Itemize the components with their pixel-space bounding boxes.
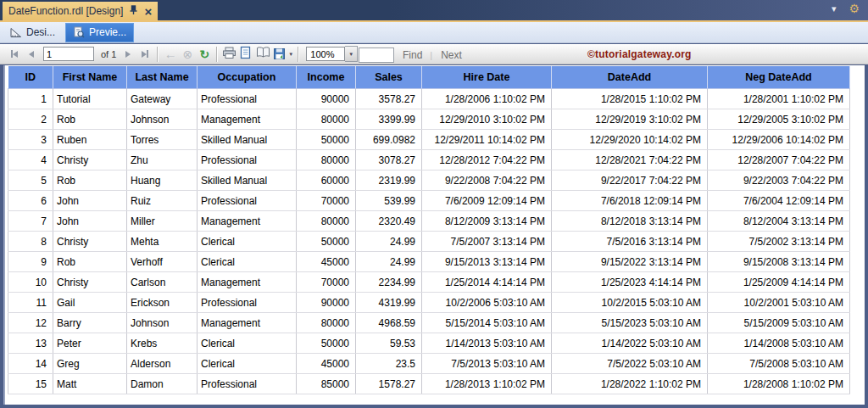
report-table: IDFirst NameLast NameOccupationIncomeSal… — [8, 66, 850, 394]
page-number-input[interactable] — [43, 47, 94, 61]
table-cell: Carlson — [127, 272, 198, 293]
table-cell: 5 — [8, 170, 53, 191]
tab-preview[interactable]: Previe... — [65, 23, 134, 42]
table-cell: 7 — [8, 211, 53, 232]
table-cell: Torres — [127, 130, 198, 150]
column-header: ID — [8, 66, 53, 89]
table-cell: Skilled Manual — [198, 130, 297, 150]
table-cell: 4968.59 — [356, 313, 422, 333]
table-row: 10ChristyCarlsonManagement700002234.991/… — [8, 272, 850, 293]
table-cell: 699.0982 — [356, 130, 422, 150]
table-cell: Professional — [198, 89, 297, 109]
table-row: 11GailEricksonProfessional900004319.9910… — [8, 293, 850, 313]
find-input[interactable] — [359, 48, 394, 63]
table-cell: 7/6/2004 12:09:14 PM — [708, 191, 850, 211]
table-cell: 5/15/2009 5:03:10 AM — [708, 313, 850, 333]
export-caret-icon: ▼ — [288, 52, 293, 57]
table-cell: 23.5 — [356, 354, 422, 374]
table-cell: 1/28/2013 1:10:02 PM — [422, 374, 552, 394]
zoom-caret-icon[interactable]: ▼ — [345, 46, 358, 62]
table-cell: 9/15/2022 3:13:14 PM — [552, 252, 708, 272]
table-cell: 3078.27 — [356, 150, 422, 170]
column-header: Hire Date — [422, 66, 552, 89]
back-to-parent-icon[interactable]: ← — [163, 46, 178, 63]
find-group: Find | Next — [359, 48, 462, 63]
first-page-button[interactable] — [7, 46, 22, 63]
tab-design-label: Desi... — [26, 26, 55, 38]
table-cell: 3578.27 — [356, 89, 422, 109]
table-cell: Christy — [53, 150, 127, 170]
table-cell: Mehta — [127, 232, 198, 252]
table-cell: 1/25/2009 4:14:14 PM — [708, 272, 850, 293]
column-header: Income — [297, 66, 356, 89]
table-cell: 50000 — [297, 232, 356, 252]
table-cell: Verhoff — [127, 252, 198, 272]
tab-design[interactable]: Desi... — [3, 24, 62, 42]
document-tab[interactable]: DateFunction.rdl [Design] × — [3, 2, 158, 20]
find-link[interactable]: Find — [403, 49, 422, 61]
table-cell: Christy — [53, 272, 127, 293]
gear-icon[interactable]: ⚙ — [849, 3, 860, 14]
stop-rendering-icon[interactable]: ⊗ — [180, 46, 195, 63]
table-cell: John — [53, 191, 127, 211]
table-cell: Management — [198, 272, 297, 293]
table-cell: 24.99 — [356, 232, 422, 252]
close-icon[interactable]: × — [144, 5, 152, 18]
table-cell: 50000 — [297, 333, 356, 354]
table-cell: 60000 — [297, 170, 356, 191]
table-cell: 2234.99 — [356, 272, 422, 293]
table-row: 6JohnRuizProfessional70000539.997/6/2009… — [8, 191, 850, 211]
print-layout-icon[interactable] — [239, 46, 254, 63]
table-cell: 8/12/2009 3:13:14 PM — [422, 211, 552, 232]
table-cell: 59.53 — [356, 333, 422, 354]
table-row: 13PeterKrebsClerical5000059.531/14/2013 … — [8, 333, 850, 354]
table-cell: 80000 — [297, 211, 356, 232]
table-cell: Clerical — [198, 252, 297, 272]
table-cell: 1/25/2014 4:14:14 PM — [422, 272, 552, 293]
next-page-button[interactable] — [120, 46, 136, 63]
table-cell: Gail — [53, 293, 127, 313]
table-cell: 10 — [8, 272, 53, 293]
table-cell: Alderson — [127, 354, 198, 374]
table-cell: Rob — [53, 170, 127, 191]
table-cell: 7/6/2018 12:09:14 PM — [552, 191, 708, 211]
table-cell: 1/28/2015 1:10:02 PM — [552, 89, 708, 109]
column-header: DateAdd — [552, 66, 708, 89]
table-cell: Gateway — [127, 89, 198, 109]
next-link[interactable]: Next — [441, 49, 462, 61]
table-cell: Erickson — [127, 293, 198, 313]
export-button[interactable]: ▼ — [273, 46, 293, 63]
table-row: 3RubenTorresSkilled Manual50000699.09821… — [8, 130, 850, 150]
table-cell: 13 — [8, 333, 53, 354]
refresh-icon[interactable]: ↻ — [197, 46, 212, 63]
last-page-button[interactable] — [137, 46, 153, 63]
table-cell: 8/12/2004 3:13:14 PM — [708, 211, 850, 232]
table-cell: 1/28/2006 1:10:02 PM — [422, 89, 552, 109]
table-row: 1TutorialGatewayProfessional900003578.27… — [8, 89, 850, 109]
pin-icon[interactable] — [129, 5, 138, 17]
table-row: 7JohnMillerManagement800002320.498/12/20… — [8, 211, 850, 232]
page-setup-icon[interactable] — [256, 46, 271, 63]
print-icon[interactable] — [222, 46, 237, 63]
table-cell: 12/28/2012 7:04:22 PM — [422, 150, 552, 170]
table-cell: 3399.99 — [356, 109, 422, 130]
table-cell: Peter — [53, 333, 127, 354]
table-cell: 12/28/2007 7:04:22 PM — [708, 150, 850, 170]
table-cell: Ruiz — [127, 191, 198, 211]
toolbar-separator — [157, 47, 159, 62]
table-cell: Rob — [53, 109, 127, 130]
toolbar-separator — [298, 47, 299, 62]
table-cell: 14 — [8, 354, 53, 374]
table-cell: 70000 — [297, 191, 356, 211]
table-cell: Management — [198, 313, 297, 333]
chevron-down-icon[interactable]: ▾ — [832, 4, 837, 14]
table-cell: 539.99 — [356, 191, 422, 211]
previous-page-button[interactable] — [24, 46, 39, 63]
table-cell: 1578.27 — [356, 374, 422, 394]
find-next-divider: | — [430, 50, 432, 60]
table-row: 5RobHuangSkilled Manual600002319.999/22/… — [8, 170, 850, 191]
table-cell: Barry — [53, 313, 127, 333]
table-cell: Zhu — [127, 150, 198, 170]
watermark-text: ©tutorialgateway.org — [587, 48, 692, 60]
zoom-combobox[interactable]: 100% ▼ — [306, 46, 358, 62]
